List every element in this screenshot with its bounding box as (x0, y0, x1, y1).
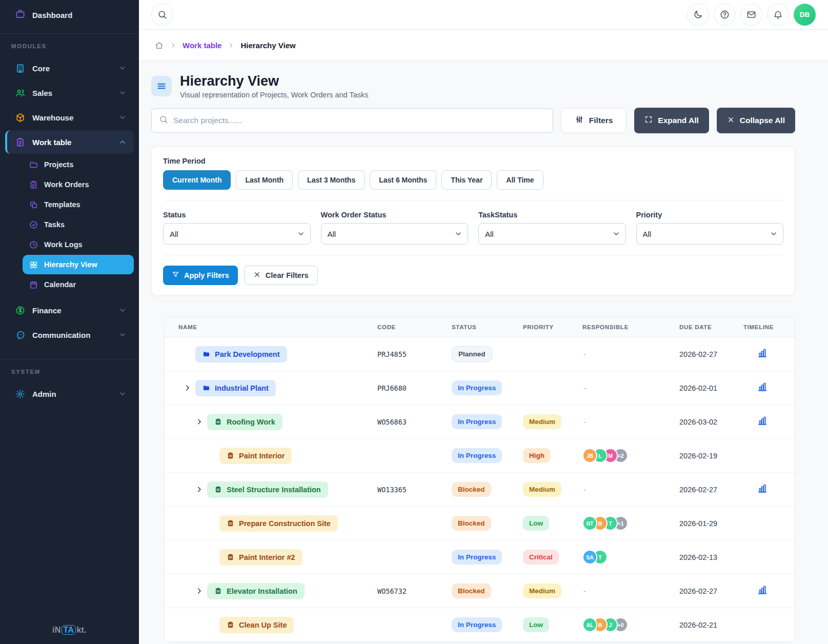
filter-select-priority[interactable]: All (636, 223, 784, 245)
timeline-cell (738, 381, 795, 394)
priority-badge: Medium (523, 414, 561, 429)
clipboard-solid-icon (214, 486, 222, 493)
responsible-cell: NTBT+1 (577, 516, 674, 531)
expand-all-button[interactable]: Expand All (634, 108, 709, 133)
priority-badge: Medium (523, 583, 561, 598)
task-name-pill[interactable]: Clean Up Site (219, 617, 294, 633)
period-last-month[interactable]: Last Month (236, 170, 293, 190)
filter-label: Status (163, 211, 311, 219)
sidebar-item-warehouse[interactable]: Warehouse (5, 106, 134, 129)
timeline-chart-button[interactable] (757, 381, 768, 392)
home-icon (155, 41, 164, 50)
priority-badge: High (523, 448, 551, 463)
period-this-year[interactable]: This Year (441, 170, 492, 190)
project-name-pill[interactable]: Industrial Plant (195, 380, 276, 396)
row-expander[interactable] (195, 418, 203, 426)
sidebar-item-label: Tasks (44, 220, 65, 229)
status-cell: In Progress (447, 414, 518, 429)
row-expander[interactable] (195, 486, 203, 493)
filter-label: TaskStatus (478, 211, 626, 219)
sidebar-item-work-orders[interactable]: Work Orders (23, 175, 134, 194)
sidebar-item-label: Work Orders (44, 180, 89, 189)
home-icon[interactable] (155, 41, 164, 50)
due-date: 2026-02-21 (679, 621, 717, 629)
clear-filters-button[interactable]: Clear Filters (244, 266, 318, 285)
sidebar-item-hierarchy-view[interactable]: Hierarchy View (23, 255, 134, 274)
responsible-empty: - (582, 418, 586, 426)
responsible-cell: ALBJ+0 (577, 617, 674, 632)
notifications-button[interactable] (767, 4, 789, 26)
sidebar-item-label: Sales (32, 89, 111, 97)
due-date: 2026-02-27 (679, 587, 717, 595)
sidebar-item-templates[interactable]: Templates (23, 195, 134, 214)
table-row: Clean Up SiteIn ProgressLowALBJ+02026-02… (165, 608, 795, 642)
clipboard-icon (15, 137, 25, 147)
row-expander[interactable] (184, 384, 191, 392)
search-input[interactable] (173, 116, 546, 125)
workorder-name-pill[interactable]: Elevator Installation (207, 583, 305, 599)
timeline-chart-button[interactable] (757, 585, 768, 595)
collapse-all-button[interactable]: Collapse All (717, 108, 795, 133)
help-icon (720, 10, 730, 19)
filter-select-status[interactable]: All (163, 223, 311, 245)
timeline-chart-button[interactable] (757, 483, 768, 494)
status-badge: In Progress (452, 550, 502, 565)
responsible-cell: JBLM+2 (577, 448, 674, 463)
period-current-month[interactable]: Current Month (163, 170, 231, 190)
period-last-3-months[interactable]: Last 3 Months (298, 170, 365, 190)
task-name-pill[interactable]: Paint Interior #2 (219, 549, 302, 566)
logo-text-accent: TA (62, 625, 76, 635)
main-area: DB Work table Hierarchy View Hierarchy V… (139, 0, 828, 644)
messages-button[interactable] (740, 4, 762, 26)
filter-select-work-order-status[interactable]: All (321, 223, 469, 245)
dark-mode-toggle[interactable] (687, 4, 709, 26)
due-date-cell: 2026-02-01 (674, 384, 738, 393)
dollar-circle-icon (15, 306, 25, 315)
sidebar-item-admin[interactable]: Admin (5, 382, 134, 406)
status-badge: In Progress (452, 380, 502, 395)
divider (163, 200, 783, 200)
timeline-chart-button[interactable] (757, 348, 768, 358)
sidebar-item-label: Work Logs (44, 240, 83, 249)
filter-select-taskstatus[interactable]: All (478, 223, 626, 245)
row-name: Steel Structure Installation (227, 486, 321, 494)
filters-button[interactable]: Filters (561, 108, 627, 133)
chevron-right-icon (195, 486, 203, 493)
avatar: NT (582, 516, 597, 531)
row-code: WO13365 (377, 486, 407, 494)
sidebar-item-projects[interactable]: Projects (23, 155, 134, 174)
sidebar-section-system: SYSTEM (11, 369, 139, 375)
moon-icon (693, 10, 703, 19)
sidebar-item-communication[interactable]: Communication (5, 323, 134, 347)
apply-filters-button[interactable]: Apply Filters (163, 266, 238, 285)
code-cell: PRJ6680 (372, 384, 447, 393)
sidebar-item-work-table[interactable]: Work table (5, 130, 134, 154)
help-button[interactable] (714, 4, 736, 26)
sidebar-item-dashboard[interactable]: Dashboard (5, 4, 134, 26)
breadcrumb-work-table[interactable]: Work table (183, 41, 221, 50)
select-wrap: All (478, 223, 626, 245)
period-all-time[interactable]: All Time (497, 170, 543, 190)
sidebar-item-tasks[interactable]: Tasks (23, 215, 134, 234)
logo-text: iN (52, 626, 61, 634)
search-button[interactable] (151, 4, 173, 26)
workorder-name-pill[interactable]: Roofing Work (207, 414, 282, 430)
period-last-6-months[interactable]: Last 6 Months (370, 170, 436, 190)
due-date: 2026-02-13 (679, 553, 717, 561)
sidebar-item-core[interactable]: Core (5, 56, 134, 80)
project-name-pill[interactable]: Park Development (195, 346, 287, 363)
sidebar-item-finance[interactable]: Finance (5, 298, 134, 322)
sidebar-item-calendar[interactable]: Calendar (23, 275, 134, 294)
timeline-chart-button[interactable] (757, 415, 768, 426)
chevron-up-icon (118, 138, 127, 146)
task-name-pill[interactable]: Paint Interior (219, 448, 292, 464)
column-header-priority: PRIORITY (518, 324, 577, 330)
chat-icon (15, 330, 25, 340)
sidebar-item-sales[interactable]: Sales (5, 81, 134, 105)
sidebar-item-work-logs[interactable]: Work Logs (23, 235, 134, 254)
select-wrap: All (636, 223, 784, 245)
row-expander[interactable] (195, 587, 203, 595)
task-name-pill[interactable]: Prepare Construction Site (219, 515, 338, 532)
user-avatar[interactable]: DB (794, 4, 816, 26)
workorder-name-pill[interactable]: Steel Structure Installation (207, 481, 328, 498)
